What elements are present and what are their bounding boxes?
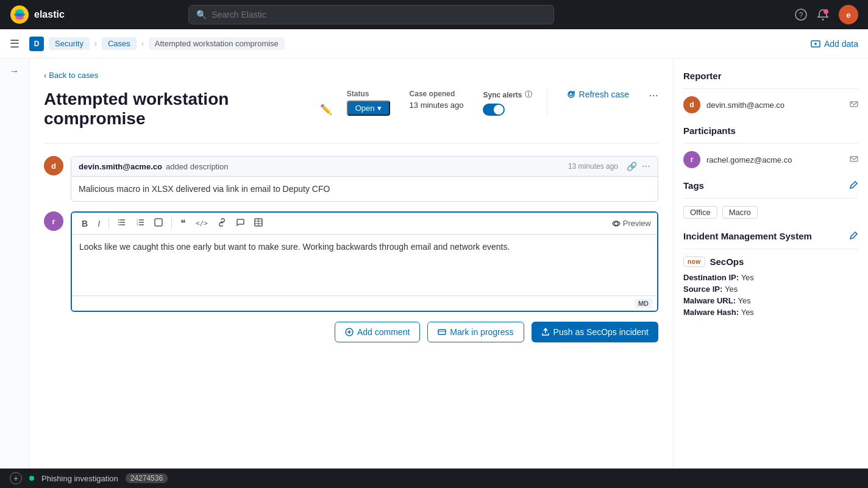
elastic-logo[interactable]: elastic	[10, 5, 65, 24]
comment-header-1: devin.smith@acme.co added description 13…	[71, 157, 658, 177]
quote-btn[interactable]: ❝	[177, 216, 190, 230]
participant-email: rachel.gomez@acme.co	[706, 155, 844, 164]
bottom-add-btn[interactable]: +	[10, 472, 22, 484]
sidebar-collapse-btn[interactable]: →	[10, 66, 20, 77]
ol-icon: 1.2.3.	[136, 218, 144, 227]
comment-btn[interactable]	[232, 217, 248, 230]
preview-btn[interactable]: Preview	[612, 219, 651, 228]
svg-rect-23	[155, 219, 162, 226]
comment-more-btn-1[interactable]: ⋯	[642, 161, 650, 171]
reporter-header: Reporter	[683, 71, 858, 81]
search-bar[interactable]: 🔍	[188, 5, 554, 24]
notification-icon-btn[interactable]	[817, 9, 829, 21]
svg-rect-32	[438, 330, 446, 334]
push-incident-btn[interactable]: Push as SecOps incident	[532, 322, 658, 342]
ol-btn[interactable]: 1.2.3.	[132, 217, 148, 230]
bold-btn[interactable]: B	[78, 217, 91, 230]
ims-field-malware-hash: Malware Hash: Yes	[683, 308, 858, 317]
bottom-tab-label[interactable]: Phishing investigation	[41, 474, 118, 483]
ims-field-dest-ip: Destination IP: Yes	[683, 273, 858, 282]
comment-link-btn-1[interactable]: 🔗	[627, 161, 637, 171]
search-input[interactable]	[212, 10, 546, 19]
edit-tags-btn[interactable]	[850, 180, 858, 191]
ims-dest-ip-value: Yes	[741, 273, 754, 282]
reporter-email: devin.smith@acme.co	[706, 101, 844, 110]
edit-ims-btn[interactable]	[850, 231, 858, 241]
table-btn[interactable]	[251, 217, 266, 230]
sidebar: →	[0, 58, 29, 469]
action-row: Add comment Mark in progress Push as Sec…	[44, 322, 658, 342]
ul-btn[interactable]	[114, 217, 130, 230]
comment-action-1: added description	[166, 162, 229, 171]
comment-avatar-1: d	[44, 156, 63, 175]
tab-status-dot	[29, 476, 34, 481]
sync-alerts-label: Sync alerts ⓘ	[483, 90, 532, 100]
participants-section: Participants r rachel.gomez@acme.co	[683, 126, 858, 168]
ims-section: Incident Management System now SecOps De…	[683, 231, 858, 317]
editor-content[interactable]: Looks like we caught this one early but …	[72, 235, 657, 295]
more-options-btn[interactable]: ⋯	[649, 90, 658, 101]
elastic-logo-icon	[10, 5, 29, 24]
preview-label: Preview	[623, 219, 651, 228]
notification-icon	[817, 9, 829, 21]
breadcrumb-current: Attempted workstation compromise	[149, 37, 285, 50]
hamburger-menu-btn[interactable]: ☰	[10, 37, 20, 51]
svg-point-15	[118, 222, 119, 223]
checkbox-btn[interactable]	[151, 217, 166, 230]
editor-wrap-outer: B I 1.2.3.	[71, 211, 658, 312]
mark-progress-icon	[438, 328, 446, 336]
case-title-area: Attempted workstation compromise ✏️	[44, 90, 332, 129]
comment-time-1: 13 minutes ago	[568, 162, 618, 171]
sync-alerts-toggle[interactable]	[483, 104, 505, 116]
ims-field-malware-url: Malware URL: Yes	[683, 296, 858, 305]
tag-list: Office Macro	[683, 206, 858, 219]
ims-malware-hash-value: Yes	[741, 308, 754, 317]
toolbar-divider-2	[171, 218, 172, 229]
case-opened-value: 13 minutes ago	[410, 101, 464, 110]
add-comment-label: Add comment	[357, 327, 410, 337]
italic-btn[interactable]: I	[94, 217, 104, 230]
edit-title-icon[interactable]: ✏️	[320, 104, 332, 115]
add-comment-btn[interactable]: Add comment	[335, 322, 420, 342]
add-data-icon	[811, 39, 820, 49]
ims-fields: Destination IP: Yes Source IP: Yes Malwa…	[683, 273, 858, 317]
editor-avatar: r	[44, 211, 63, 231]
link-btn[interactable]	[214, 217, 230, 230]
status-block: Status Open ▾	[347, 90, 390, 116]
reporter-section: Reporter d devin.smith@acme.co	[683, 71, 858, 113]
add-data-btn[interactable]: Add data	[811, 39, 858, 49]
participant-mail-btn[interactable]	[850, 155, 858, 165]
reporter-mail-btn[interactable]	[850, 100, 858, 110]
help-icon-btn[interactable]: ?	[795, 9, 807, 21]
participant-avatar: r	[683, 151, 700, 168]
svg-point-14	[118, 219, 119, 221]
checkbox-icon	[154, 218, 163, 227]
ims-divider	[683, 249, 858, 249]
back-to-cases-label: Back to cases	[49, 71, 98, 80]
user-avatar[interactable]: e	[839, 5, 858, 24]
refresh-icon	[567, 90, 575, 99]
main-layout: → ‹ Back to cases Attempted workstation …	[0, 58, 868, 469]
workspace-badge[interactable]: D	[29, 37, 44, 51]
editor-toolbar: B I 1.2.3.	[72, 213, 657, 235]
ul-icon	[118, 218, 126, 227]
case-meta: Status Open ▾ Case opened 13 minutes ago…	[347, 90, 658, 116]
add-comment-icon	[345, 328, 354, 336]
ims-header: now SecOps	[683, 256, 858, 267]
back-to-cases-link[interactable]: ‹ Back to cases	[44, 71, 658, 80]
breadcrumb-security[interactable]: Security	[49, 37, 90, 50]
ims-source-ip-value: Yes	[725, 285, 738, 294]
case-title: Attempted workstation compromise ✏️	[44, 90, 332, 129]
code-btn[interactable]: </>	[192, 218, 212, 228]
bottom-bar: + Phishing investigation 24274536	[0, 469, 868, 488]
tag-macro: Macro	[722, 206, 758, 219]
reply-editor-thread: r B I 1.2.3.	[44, 211, 658, 312]
sync-block: Sync alerts ⓘ	[483, 90, 547, 116]
content-area: ‹ Back to cases Attempted workstation co…	[29, 58, 673, 469]
case-opened-block: Case opened 13 minutes ago	[410, 90, 464, 110]
top-nav: elastic 🔍 ? e	[0, 0, 868, 29]
refresh-case-btn[interactable]: Refresh case	[567, 90, 629, 99]
mark-in-progress-btn[interactable]: Mark in progress	[427, 322, 524, 342]
status-badge[interactable]: Open ▾	[347, 101, 390, 116]
breadcrumb-cases[interactable]: Cases	[102, 37, 137, 50]
